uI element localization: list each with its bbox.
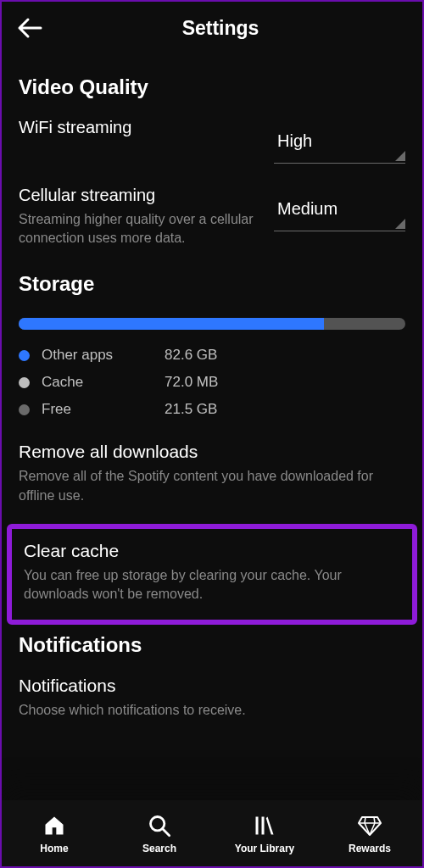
library-icon: [253, 813, 276, 838]
wifi-streaming-value: High: [277, 131, 402, 151]
legend-free-value: 21.5 GB: [165, 401, 217, 418]
legend-free: Free 21.5 GB: [19, 401, 405, 418]
nav-rewards-label: Rewards: [349, 843, 391, 854]
svg-rect-3: [262, 816, 265, 834]
dot-icon: [19, 350, 30, 361]
cellular-streaming-sub: Streaming higher quality over a cellular…: [19, 210, 262, 247]
notifications-item-title: Notifications: [19, 676, 405, 696]
section-storage: Storage: [19, 272, 405, 296]
page-title: Settings: [19, 17, 405, 40]
notifications-item[interactable]: Notifications Choose which notifications…: [2, 672, 422, 735]
legend-other-value: 82.6 GB: [165, 347, 217, 364]
nav-library[interactable]: Your Library: [212, 800, 317, 866]
notifications-item-desc: Choose which notifications to receive.: [19, 701, 405, 720]
back-button[interactable]: [17, 17, 42, 42]
nav-home-label: Home: [40, 843, 68, 854]
section-notifications: Notifications: [19, 633, 405, 657]
nav-search[interactable]: Search: [107, 800, 212, 866]
clear-cache-desc: You can free up storage by clearing your…: [24, 566, 400, 604]
legend-cache-label: Cache: [42, 374, 165, 391]
legend-free-label: Free: [42, 401, 165, 418]
remove-downloads-desc: Remove all of the Spotify content you ha…: [19, 467, 405, 505]
clear-cache-item[interactable]: Clear cache You can free up storage by c…: [7, 524, 417, 625]
nav-search-label: Search: [142, 843, 176, 854]
wifi-streaming-label: WiFi streaming: [19, 118, 262, 137]
diamond-icon: [357, 813, 382, 838]
storage-bar-fill: [19, 318, 324, 330]
legend-cache: Cache 72.0 MB: [19, 374, 405, 391]
svg-rect-2: [256, 816, 259, 834]
remove-downloads-title: Remove all downloads: [19, 442, 405, 462]
remove-downloads-item[interactable]: Remove all downloads Remove all of the S…: [2, 428, 422, 520]
cellular-streaming-value: Medium: [277, 199, 402, 219]
section-video-quality: Video Quality: [19, 75, 405, 99]
dropdown-triangle-icon: [395, 219, 405, 229]
bottom-nav: Home Search Your Library Rewards: [2, 800, 422, 866]
clear-cache-title: Clear cache: [24, 541, 400, 561]
search-icon: [148, 813, 171, 838]
cellular-streaming-dropdown[interactable]: Medium: [274, 191, 405, 231]
legend-cache-value: 72.0 MB: [165, 374, 218, 391]
svg-line-1: [163, 828, 170, 835]
cellular-streaming-label: Cellular streaming: [19, 186, 262, 205]
wifi-streaming-dropdown[interactable]: High: [274, 123, 405, 164]
dropdown-triangle-icon: [395, 151, 405, 161]
dot-icon: [19, 377, 30, 388]
storage-bar: [19, 318, 405, 330]
cellular-streaming-row: Cellular streaming Streaming higher qual…: [19, 186, 405, 247]
wifi-streaming-row: WiFi streaming High: [19, 118, 405, 164]
nav-rewards[interactable]: Rewards: [317, 800, 422, 866]
dot-icon: [19, 404, 30, 415]
nav-library-label: Your Library: [235, 843, 294, 854]
legend-other-label: Other apps: [42, 347, 165, 364]
legend-other-apps: Other apps 82.6 GB: [19, 347, 405, 364]
nav-home[interactable]: Home: [2, 800, 107, 866]
home-icon: [42, 813, 66, 838]
arrow-left-icon: [17, 17, 42, 39]
